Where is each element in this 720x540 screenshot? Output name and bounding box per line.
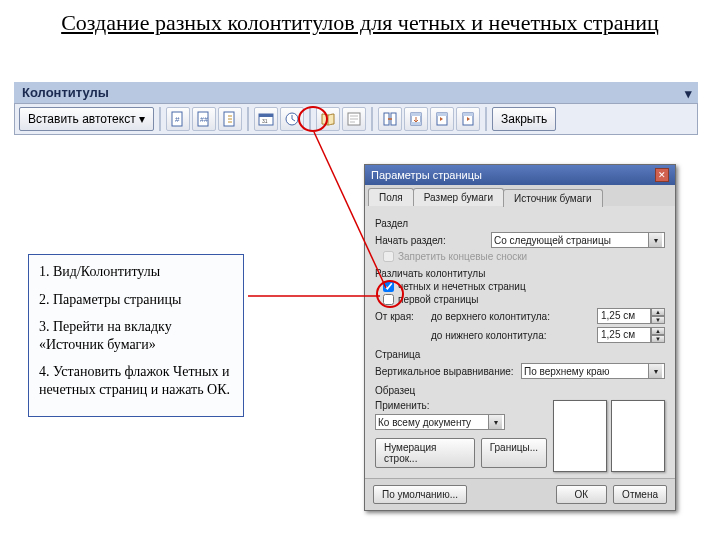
- same-as-previous-icon[interactable]: [378, 107, 402, 131]
- borders-button[interactable]: Границы...: [481, 438, 547, 468]
- toolbar-title-label: Колонтитулы: [22, 85, 109, 100]
- step-3: 3. Перейти на вкладку «Источник бумаги»: [39, 318, 233, 353]
- svg-text:#: #: [175, 115, 180, 124]
- chevron-down-icon: ▾: [648, 364, 662, 378]
- preview-page: [611, 400, 665, 472]
- start-section-select[interactable]: Со следующей страницы▾: [491, 232, 665, 248]
- page-title: Создание разных колонтитулов для четных …: [60, 10, 660, 36]
- line-numbering-button[interactable]: Нумерация строк...: [375, 438, 475, 468]
- dialog-title-text: Параметры страницы: [371, 169, 482, 181]
- apply-to-value: Ко всему документу: [378, 417, 471, 428]
- default-button[interactable]: По умолчанию...: [373, 485, 467, 504]
- preview-page: [553, 400, 607, 472]
- from-edge-label: От края:: [375, 311, 425, 322]
- preview-group-label: Образец: [375, 385, 665, 396]
- show-previous-icon[interactable]: [430, 107, 454, 131]
- instruction-box: 1. Вид/Колонтитулы 2. Параметры страницы…: [28, 254, 244, 417]
- toolbar-row: Вставить автотекст ▾ # ## 31 Закрыть: [14, 103, 698, 135]
- step-2: 2. Параметры страницы: [39, 291, 233, 309]
- dialog-body: Раздел Начать раздел: Со следующей стран…: [365, 206, 675, 478]
- format-page-number-icon[interactable]: [218, 107, 242, 131]
- valign-value: По верхнему краю: [524, 366, 610, 377]
- highlight-circle-icon: [298, 106, 328, 132]
- spin-down-icon[interactable]: ▼: [651, 335, 665, 343]
- svg-rect-13: [411, 113, 421, 116]
- toolbar-dropdown-icon[interactable]: ▾: [685, 86, 692, 101]
- chevron-down-icon: ▾: [648, 233, 662, 247]
- toolbar-title[interactable]: Колонтитулы ▾: [14, 82, 698, 103]
- header-footer-toolbar: Колонтитулы ▾ Вставить автотекст ▾ # ## …: [14, 82, 698, 135]
- svg-text:##: ##: [200, 116, 208, 123]
- separator: [485, 107, 487, 131]
- close-button[interactable]: Закрыть: [492, 107, 556, 131]
- to-header-label: до верхнего колонтитула:: [431, 311, 591, 322]
- page-number-icon[interactable]: #: [166, 107, 190, 131]
- separator: [159, 107, 161, 131]
- suppress-endnotes-label: Запретить концевые сноски: [398, 251, 527, 262]
- show-next-icon[interactable]: [456, 107, 480, 131]
- first-page-label: первой страницы: [398, 294, 478, 305]
- odd-even-checkbox[interactable]: четных и нечетных страниц: [383, 281, 665, 292]
- tab-fields[interactable]: Поля: [368, 188, 414, 206]
- spin-down-icon[interactable]: ▼: [651, 316, 665, 324]
- first-page-checkbox[interactable]: первой страницы: [383, 294, 665, 305]
- to-header-value[interactable]: 1,25 см: [597, 308, 651, 324]
- tab-paper-source[interactable]: Источник бумаги: [503, 189, 603, 207]
- svg-rect-6: [259, 114, 273, 117]
- dialog-tabs: Поля Размер бумаги Источник бумаги: [365, 185, 675, 206]
- spin-up-icon[interactable]: ▲: [651, 308, 665, 316]
- close-icon[interactable]: ✕: [655, 168, 669, 182]
- to-footer-value[interactable]: 1,25 см: [597, 327, 651, 343]
- separator: [371, 107, 373, 131]
- start-section-label: Начать раздел:: [375, 235, 485, 246]
- to-footer-label: до нижнего колонтитула:: [431, 330, 591, 341]
- valign-select[interactable]: По верхнему краю▾: [521, 363, 665, 379]
- date-icon[interactable]: 31: [254, 107, 278, 131]
- apply-to-select[interactable]: Ко всему документу▾: [375, 414, 505, 430]
- valign-label: Вертикальное выравнивание:: [375, 366, 515, 377]
- preview-pages: [553, 400, 665, 472]
- headers-group-label: Различать колонтитулы: [375, 268, 665, 279]
- chevron-down-icon: ▾: [488, 415, 502, 429]
- page-count-icon[interactable]: ##: [192, 107, 216, 131]
- suppress-endnotes-checkbox: Запретить концевые сноски: [383, 251, 665, 262]
- to-footer-spinner[interactable]: 1,25 см ▲▼: [597, 327, 665, 343]
- switch-header-footer-icon[interactable]: [404, 107, 428, 131]
- cancel-button[interactable]: Отмена: [613, 485, 667, 504]
- step-4: 4. Установить флажок Четных и нечетных с…: [39, 363, 233, 398]
- step-1: 1. Вид/Колонтитулы: [39, 263, 233, 281]
- page-setup-dialog: Параметры страницы ✕ Поля Размер бумаги …: [364, 164, 676, 511]
- svg-text:31: 31: [262, 118, 268, 124]
- start-section-value: Со следующей страницы: [494, 235, 611, 246]
- page-group-label: Страница: [375, 349, 665, 360]
- highlight-circle-icon: [376, 280, 404, 308]
- dialog-titlebar[interactable]: Параметры страницы ✕: [365, 165, 675, 185]
- svg-rect-18: [463, 113, 473, 116]
- tab-paper-size[interactable]: Размер бумаги: [413, 188, 504, 206]
- ok-button[interactable]: ОК: [556, 485, 608, 504]
- section-group-label: Раздел: [375, 218, 665, 229]
- apply-to-label: Применить:: [375, 400, 547, 411]
- separator: [247, 107, 249, 131]
- show-hide-text-icon[interactable]: [342, 107, 366, 131]
- svg-rect-16: [437, 113, 447, 116]
- odd-even-label: четных и нечетных страниц: [398, 281, 526, 292]
- dialog-footer: По умолчанию... ОК Отмена: [365, 478, 675, 510]
- to-header-spinner[interactable]: 1,25 см ▲▼: [597, 308, 665, 324]
- suppress-endnotes-input: [383, 251, 394, 262]
- insert-autotext-button[interactable]: Вставить автотекст ▾: [19, 107, 154, 131]
- spin-up-icon[interactable]: ▲: [651, 327, 665, 335]
